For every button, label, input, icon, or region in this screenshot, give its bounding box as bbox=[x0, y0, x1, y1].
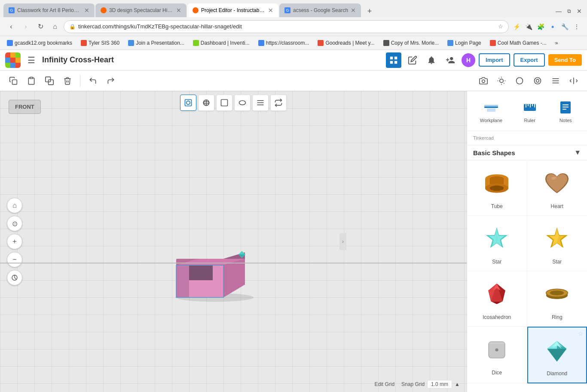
svg-rect-45 bbox=[484, 107, 498, 108]
shape-ring[interactable]: Ring bbox=[527, 271, 587, 327]
mirror-tool[interactable] bbox=[566, 73, 582, 89]
browser-more[interactable]: ⋮ bbox=[572, 21, 582, 32]
snapshot-tool[interactable] bbox=[180, 95, 196, 111]
bookmark-goodreads[interactable]: Goodreads | Meet y... bbox=[316, 39, 376, 47]
shape-diamond[interactable]: ☆ Diamond bbox=[527, 327, 587, 383]
bookmark-join[interactable]: Join a Presentation... bbox=[126, 39, 186, 47]
shapes-dropdown-icon[interactable]: ▼ bbox=[574, 149, 581, 156]
grid-view-button[interactable] bbox=[386, 52, 401, 68]
svg-marker-74 bbox=[491, 301, 503, 304]
snap-grid-label: Snap Grid bbox=[401, 381, 425, 387]
user-avatar[interactable]: H bbox=[462, 53, 475, 67]
undo-button[interactable] bbox=[85, 73, 101, 89]
tab-google[interactable]: G acsess - Google Search ✕ bbox=[279, 3, 361, 17]
nav-forward[interactable]: › bbox=[20, 21, 32, 33]
shape-icosahedron[interactable]: Icosahedron bbox=[467, 271, 527, 327]
chrome-minimize[interactable]: — bbox=[554, 7, 563, 15]
tab-3ddesign[interactable]: 3D design Spectacular Hillar-Sn... ✕ bbox=[95, 3, 186, 17]
nav-back[interactable]: ‹ bbox=[5, 21, 17, 33]
delete-button[interactable] bbox=[59, 73, 76, 89]
nav-home[interactable]: ⌂ bbox=[49, 21, 61, 33]
export-button[interactable]: Export bbox=[514, 53, 545, 67]
copy-button[interactable] bbox=[5, 73, 21, 89]
browser-chrome: G Classwork for Art 8 Period 2, M... ✕ 3… bbox=[0, 0, 587, 50]
zoom-out-button[interactable]: − bbox=[7, 252, 22, 267]
shape-star-blue[interactable]: Star bbox=[467, 216, 527, 271]
import-button[interactable]: Import bbox=[479, 53, 510, 67]
flip-canvas-tool[interactable] bbox=[270, 95, 287, 111]
shape-tool-2[interactable] bbox=[529, 73, 546, 89]
notifications-button[interactable] bbox=[424, 52, 439, 68]
fit-view-button[interactable]: ⊙ bbox=[7, 216, 22, 231]
3d-object[interactable] bbox=[163, 229, 266, 308]
new-tab-button[interactable]: + bbox=[364, 5, 376, 17]
tab-classwork[interactable]: G Classwork for Art 8 Period 2, M... ✕ bbox=[3, 3, 95, 17]
bookmark-mrs-morle[interactable]: Copy of Mrs. Morle... bbox=[382, 39, 440, 47]
shape-tool-1[interactable] bbox=[511, 73, 528, 89]
shape-dice[interactable]: Dice bbox=[467, 327, 527, 383]
address-bar[interactable]: 🔒 tinkercad.com/things/kuTmdKzTEBg-spect… bbox=[64, 20, 509, 33]
add-user-button[interactable] bbox=[443, 52, 458, 68]
canvas-area[interactable]: FRONT bbox=[0, 91, 467, 392]
tinkercad-logo[interactable] bbox=[5, 52, 21, 68]
duplicate-button[interactable] bbox=[41, 73, 58, 89]
align-canvas-tool[interactable] bbox=[252, 95, 269, 111]
redo-button[interactable] bbox=[103, 73, 119, 89]
browser-extension-4[interactable]: ● bbox=[547, 21, 558, 32]
ruler-tool[interactable]: Ruler bbox=[516, 96, 544, 126]
diamond-favorite-icon[interactable]: ☆ bbox=[578, 330, 584, 337]
bookmark-dashboard[interactable]: Dashboard | Inventi... bbox=[191, 39, 251, 47]
workplane-tool[interactable]: Workplane bbox=[475, 96, 508, 126]
light-tool[interactable] bbox=[493, 73, 510, 89]
right-panel: Workplane Ruler bbox=[467, 91, 587, 392]
project-title: Infinity Cross-Heart bbox=[42, 55, 381, 64]
bookmark-tyler[interactable]: Tyler SIS 360 bbox=[79, 39, 121, 47]
svg-line-12 bbox=[499, 78, 499, 78]
shape-star-gold[interactable]: Star bbox=[527, 216, 587, 271]
bookmark-classroom[interactable]: https://classroom... bbox=[257, 39, 311, 47]
bookmark-coolmath[interactable]: Cool Math Games -... bbox=[488, 39, 548, 47]
tab-project-editor[interactable]: Project Editor - Instructables ✕ bbox=[187, 3, 278, 17]
home-view-button[interactable]: ⌂ bbox=[7, 198, 22, 213]
tab-bar: G Classwork for Art 8 Period 2, M... ✕ 3… bbox=[0, 0, 587, 17]
sendto-button[interactable]: Send To bbox=[548, 54, 582, 66]
header-menu-icon[interactable]: ☰ bbox=[26, 53, 37, 67]
bookmark-gcasdk[interactable]: gcasdk12.org bookmarks bbox=[5, 39, 74, 47]
svg-point-24 bbox=[186, 101, 190, 104]
main-content: FRONT bbox=[0, 91, 587, 392]
edit-view-button[interactable] bbox=[405, 52, 420, 68]
browser-extension-1[interactable]: ⚡ bbox=[511, 21, 522, 32]
dice-label: Dice bbox=[492, 370, 502, 376]
bookmark-login[interactable]: Login Page bbox=[446, 39, 483, 47]
shape-heart[interactable]: Heart bbox=[527, 160, 587, 216]
perspective-tool[interactable] bbox=[198, 95, 214, 111]
chrome-close[interactable]: ✕ bbox=[575, 7, 584, 15]
bookmarks-more[interactable]: » bbox=[553, 39, 560, 47]
edit-grid-button[interactable]: Edit Grid bbox=[374, 381, 394, 387]
icosahedron-label: Icosahedron bbox=[483, 314, 511, 320]
svg-rect-43 bbox=[176, 265, 189, 297]
notes-tool[interactable]: Notes bbox=[552, 96, 579, 126]
align-tool[interactable] bbox=[547, 73, 564, 89]
snap-grid-value[interactable]: 1.0 mm bbox=[427, 380, 452, 389]
workplane-label: Workplane bbox=[480, 118, 502, 123]
panel-collapse-handle[interactable]: › bbox=[339, 233, 346, 250]
address-star-icon[interactable]: ☆ bbox=[498, 23, 503, 30]
nav-refresh[interactable]: ↻ bbox=[34, 21, 46, 33]
rect-select-tool[interactable] bbox=[216, 95, 232, 111]
svg-rect-1 bbox=[394, 56, 397, 59]
camera-tool[interactable] bbox=[475, 73, 492, 89]
browser-extension-3[interactable]: 🧩 bbox=[535, 21, 546, 32]
zoom-in-button[interactable]: + bbox=[7, 234, 22, 249]
chrome-restore[interactable]: ⧉ bbox=[565, 7, 573, 15]
shape-tube[interactable]: Tube bbox=[467, 160, 527, 216]
paste-button[interactable] bbox=[23, 73, 40, 89]
orient-button[interactable] bbox=[7, 270, 22, 285]
ellipse-select-tool[interactable] bbox=[234, 95, 251, 111]
browser-extension-2[interactable]: 🔌 bbox=[523, 21, 534, 32]
shapes-subcategory-header[interactable]: Basic Shapes ▼ bbox=[467, 145, 587, 160]
browser-extension-5[interactable]: 🔧 bbox=[559, 21, 570, 32]
address-text: tinkercad.com/things/kuTmdKzTEBg-spectac… bbox=[78, 23, 495, 30]
snap-grid-arrow[interactable]: ▲ bbox=[455, 381, 460, 387]
ruler-label: Ruler bbox=[524, 118, 535, 123]
